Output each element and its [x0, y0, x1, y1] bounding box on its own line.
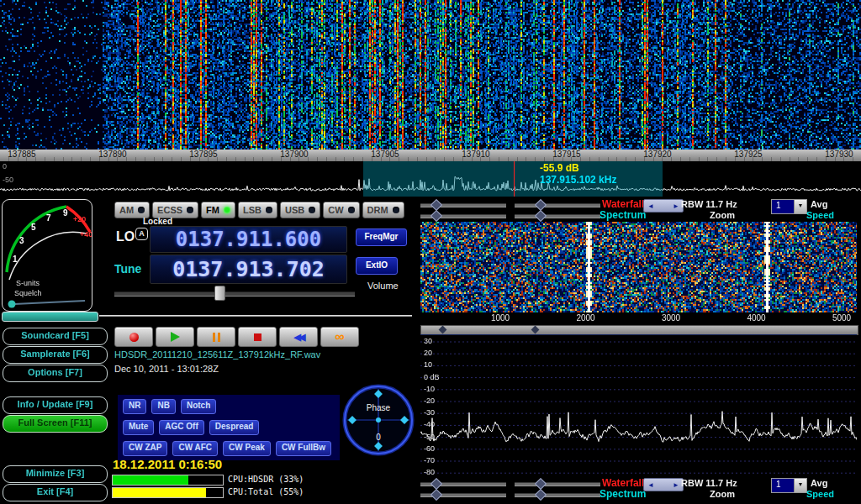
waterfall-label[interactable]: Waterfall: [602, 477, 644, 489]
audio-spectrum-trace[interactable]: [420, 335, 857, 476]
cw-fullbw-button[interactable]: CW FullBw: [276, 441, 331, 456]
freq-tick-label: 137925: [727, 150, 769, 159]
soundcard-f5-button[interactable]: Soundcard [F5]: [3, 328, 108, 345]
mute-button[interactable]: Mute: [123, 420, 154, 435]
arrow-left-icon[interactable]: ◄: [647, 481, 654, 489]
spectrum-label[interactable]: Spectrum: [600, 209, 646, 221]
phase-center-dot: [376, 417, 381, 423]
scroll-handle[interactable]: [531, 326, 540, 334]
spectrum-label[interactable]: Spectrum: [600, 488, 646, 500]
stop-button[interactable]: [238, 327, 277, 347]
freqmgr-button[interactable]: FreqMgr: [356, 228, 407, 246]
main-waterfall-display[interactable]: [0, 0, 861, 150]
freq-tick-label: 137900: [273, 150, 315, 159]
squelch-level-bar[interactable]: [2, 312, 98, 322]
volume-slider-thumb[interactable]: [214, 286, 225, 301]
cpu-hdsdr-label: CPU:HDSDR (33%): [228, 475, 304, 484]
full-screen-f11-button[interactable]: Full Screen [F11]: [3, 415, 108, 433]
record-button[interactable]: [114, 327, 153, 347]
avg-select[interactable]: 1 ▼: [771, 478, 807, 493]
slider-thumb[interactable]: [430, 489, 442, 501]
slider-thumb[interactable]: [535, 210, 547, 222]
playback-controls: ◀◀∞: [114, 327, 359, 347]
contrast-slider[interactable]: [420, 480, 506, 487]
lo-a-badge[interactable]: A: [135, 228, 148, 240]
record-icon: [129, 333, 139, 342]
shift-arrows-button[interactable]: ◄►: [643, 199, 684, 213]
wav-file-date: Dec 10, 2011 - 13:01:28Z: [114, 364, 219, 374]
db-tick-label: -30: [424, 408, 435, 417]
pause-button[interactable]: [197, 327, 235, 347]
loop-button[interactable]: ∞: [320, 327, 359, 347]
arrow-right-icon[interactable]: ►: [673, 481, 679, 489]
brightness-slider[interactable]: [515, 201, 600, 208]
notch-button[interactable]: Notch: [181, 399, 216, 414]
options-f7-button[interactable]: Options [F7]: [3, 365, 108, 382]
db-tick-label: -40: [424, 420, 435, 428]
zoom-slider[interactable]: [420, 491, 506, 498]
despread-button[interactable]: Despread: [209, 420, 260, 435]
minimize-f3-button[interactable]: Minimize [F3]: [3, 465, 108, 483]
mode-led-indicator: [187, 207, 193, 213]
chevron-down-icon[interactable]: ▼: [794, 479, 806, 492]
waterfall-label[interactable]: Waterfall: [602, 198, 644, 210]
play-icon: [171, 332, 180, 342]
agc-off-button[interactable]: AGC Off: [159, 420, 203, 435]
db-tick-label: -60: [424, 444, 435, 453]
arrow-right-icon[interactable]: ►: [673, 202, 679, 210]
samplerate-f6-button[interactable]: Samplerate [F6]: [3, 346, 108, 364]
main-spectrum-strip[interactable]: 0 -50 -55.9 dB 137.915.102 kHz: [0, 161, 861, 197]
mode-button-fm[interactable]: FM: [201, 202, 235, 218]
info-update-f9-button[interactable]: Info / Update [F9]: [3, 396, 108, 414]
passband-highlight[interactable]: [363, 161, 663, 197]
shift-arrows-button[interactable]: ◄►: [643, 478, 684, 491]
slider-thumb[interactable]: [430, 210, 442, 222]
mode-label: FM: [206, 205, 219, 215]
volume-label: Volume: [367, 281, 399, 291]
mode-label: CW: [328, 205, 343, 215]
mode-button-cw[interactable]: CW: [323, 202, 359, 218]
brightness-slider[interactable]: [515, 480, 600, 487]
audio-spectrum-display[interactable]: 3020100 dB-10-20-30-40-50-60-70-80: [420, 334, 857, 476]
pause-icon: [213, 333, 220, 342]
audio-waterfall-display[interactable]: [420, 222, 857, 312]
cpu-hdsdr-fill: [113, 475, 188, 485]
speed-slider[interactable]: [515, 491, 600, 498]
cw-afc-button[interactable]: CW AFC: [172, 441, 218, 456]
cpu-total-bar: [112, 487, 224, 498]
extio-button[interactable]: ExtIO: [356, 257, 398, 275]
meter-tick: 5: [31, 223, 36, 232]
exit-f4-button[interactable]: Exit [F4]: [3, 484, 108, 501]
tune-frequency-display[interactable]: 0137.913.702: [150, 255, 347, 284]
mode-button-usb[interactable]: USB: [280, 202, 320, 218]
slider-thumb[interactable]: [535, 489, 547, 501]
avg-select[interactable]: 1 ▼: [771, 199, 807, 214]
nr-button[interactable]: NR: [123, 399, 146, 414]
scroll-handle[interactable]: [439, 326, 447, 334]
mode-button-am[interactable]: AM: [114, 202, 150, 218]
cw-zap-button[interactable]: CW ZAP: [123, 441, 167, 456]
mode-button-ecss[interactable]: ECSS: [152, 202, 198, 218]
mode-button-drm[interactable]: DRM: [362, 202, 404, 218]
zoom-slider[interactable]: [420, 212, 506, 219]
cw-peak-button[interactable]: CW Peak: [223, 441, 271, 456]
speed-slider[interactable]: [515, 212, 600, 219]
freq-tick-label: 137885: [1, 150, 43, 159]
lo-frequency-display[interactable]: 0137.911.600: [150, 226, 347, 253]
mode-label: ECSS: [157, 205, 182, 215]
arrow-left-icon[interactable]: ◄: [647, 202, 654, 210]
rewind-button[interactable]: ◀◀: [279, 327, 318, 347]
phase-dial[interactable]: Phase 0: [341, 383, 415, 457]
dsp-row: NRNBNotch: [123, 399, 335, 414]
contrast-slider[interactable]: [420, 201, 506, 208]
avg-label: Avg: [811, 478, 827, 488]
nb-button[interactable]: NB: [151, 399, 175, 414]
volume-slider-track[interactable]: [114, 291, 355, 297]
play-button[interactable]: [156, 327, 194, 347]
playback-position-track[interactable]: [99, 315, 412, 317]
frequency-ruler[interactable]: 1378851378901378951379001379051379101379…: [0, 150, 861, 161]
mode-button-lsb[interactable]: LSB: [238, 202, 277, 218]
dsp-row: CW ZAPCW AFCCW PeakCW FullBw: [123, 441, 335, 456]
tune-label: Tune: [114, 262, 141, 276]
chevron-down-icon[interactable]: ▼: [794, 200, 806, 213]
